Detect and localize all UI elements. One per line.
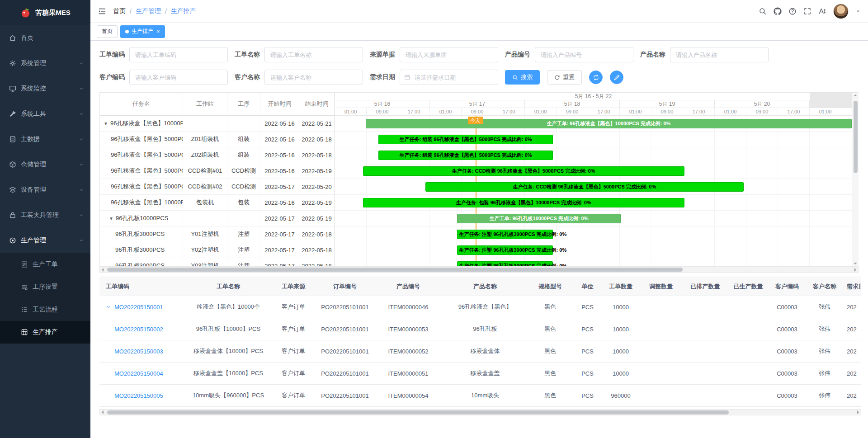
refresh-icon (554, 75, 560, 80)
avatar[interactable] (833, 4, 849, 19)
gantt-task-row[interactable]: 96孔移液盒【黑色】10000PCS包装机包装2022-05-162022-05… (100, 195, 335, 211)
close-icon[interactable]: × (156, 28, 160, 34)
filter-input-product-code[interactable] (535, 47, 633, 62)
gantt-vertical-scrollbar[interactable] (852, 93, 859, 266)
gantt-bar[interactable]: 生产任务: CCD检测 96孔移液盒【黑色】5000PCS 完成比例: 0% (363, 166, 684, 176)
gantt-bar[interactable]: 生产任务: 注塑 96孔孔板3000PCS 完成比例: 0% (457, 230, 553, 239)
filter-input-customer-name[interactable] (264, 70, 363, 85)
scroll-right-icon[interactable] (854, 268, 856, 272)
tab-home[interactable]: 首页 (97, 25, 118, 38)
search-button[interactable]: 搜索 (505, 70, 540, 85)
filter-input-product-name[interactable] (670, 47, 769, 62)
hamburger-icon[interactable] (98, 7, 107, 16)
table-column-header: 单位 (572, 277, 603, 296)
scrollbar-thumb[interactable] (107, 268, 683, 272)
filter-input-due-date[interactable] (400, 70, 498, 85)
gantt-task-row[interactable]: 96孔移液盒【黑色】5000PCSCCD检测#02CCD检测2022-05-17… (100, 179, 335, 195)
gantt-body: 生产工单: 96孔移液盒【黑色】10000PCS 完成比例: 0%生产任务: 组… (335, 116, 852, 266)
work-order-link[interactable]: MO202205150005 (114, 392, 163, 399)
sidebar-item-master-data[interactable]: 主数据 (0, 127, 90, 152)
work-order-link[interactable]: MO202205150001 (114, 304, 163, 311)
gantt-column-header: 工作站 (183, 93, 227, 115)
collapse-icon[interactable]: ▼ (109, 216, 113, 221)
fullscreen-icon[interactable] (803, 7, 811, 15)
sidebar-item-production[interactable]: 生产管理 (0, 228, 90, 253)
sync-button[interactable] (589, 71, 603, 84)
sidebar-item-equipment[interactable]: 设备管理 (0, 177, 90, 203)
gantt-bar[interactable]: 生产任务: 组装 96孔移液盒【黑色】5000PCS 完成比例: 0% (378, 135, 553, 144)
font-size-icon[interactable] (818, 7, 826, 15)
sidebar-item-process-flow[interactable]: 工艺流程 (0, 298, 90, 321)
gantt-task-row[interactable]: 96孔孔板3000PCSY02注塑机注塑2022-05-172022-05-18 (100, 242, 335, 258)
filter-input-work-order-name[interactable] (264, 47, 363, 62)
gantt-task-row[interactable]: ▼96孔移液盒【黑色】10000PCS2022-05-162022-05-21 (100, 116, 335, 132)
work-order-link[interactable]: MO202205150003 (114, 348, 163, 355)
gantt-bar[interactable]: 生产任务: 包装 96孔移液盒【黑色】10000PCS 完成比例: 0% (363, 198, 684, 207)
sidebar-item-tools[interactable]: 系统工具 (0, 101, 90, 127)
sidebar-item-work-order[interactable]: 生产工单 (0, 253, 90, 276)
table-horizontal-scrollbar[interactable] (99, 409, 861, 415)
today-badge: 今天 (468, 117, 483, 124)
gantt-task-row[interactable]: ▼96孔孔板10000PCS2022-05-172022-05-19 (100, 211, 335, 226)
gantt-task-row[interactable]: 96孔孔板3000PCSY03注塑机注塑2022-05-172022-05-18 (100, 258, 335, 266)
search-icon[interactable] (759, 7, 767, 15)
gantt-task-row[interactable]: 96孔移液盒【黑色】5000PCSZ01组装机组装2022-05-162022-… (100, 132, 335, 147)
filter-input-customer-code[interactable] (129, 70, 228, 85)
filter-field-source-doc: 来源单据 (370, 47, 498, 62)
caret-down-icon[interactable] (855, 9, 861, 14)
active-dot-icon (125, 30, 129, 33)
gantt-horizontal-scrollbar[interactable] (100, 266, 858, 273)
work-order-row[interactable]: MO20220515000510mm吸头【960000】PCS客户订单PO202… (99, 385, 861, 407)
reset-button[interactable]: 重置 (547, 70, 582, 85)
scroll-left-icon[interactable] (102, 268, 104, 272)
work-order-row[interactable]: MO202205150003移液盒盒体【10000】PCS客户订单PO20220… (99, 340, 861, 363)
filter-input-source-doc[interactable] (400, 47, 498, 62)
breadcrumb-item-0[interactable]: 首页 (113, 7, 126, 15)
gantt-bar[interactable]: 生产任务: 组装 96孔移液盒【黑色】5000PCS 完成比例: 0% (378, 151, 553, 160)
github-icon[interactable] (774, 7, 782, 15)
scroll-up-icon[interactable] (854, 94, 857, 96)
breadcrumb-item-2[interactable]: 生产排产 (171, 7, 196, 15)
chevron-down-icon (79, 238, 84, 243)
sidebar-item-system[interactable]: 系统管理 (0, 51, 90, 76)
breadcrumb-item-1[interactable]: 生产管理 (136, 7, 161, 15)
work-order-row[interactable]: MO202205150001移液盒【黑色】10000个客户订单PO2022051… (99, 296, 861, 318)
filter-field-customer-code: 客户编码 (99, 70, 228, 85)
work-order-row[interactable]: MO20220515000296孔孔板【10000】PCS客户订单PO20220… (99, 318, 861, 340)
tab-scheduling[interactable]: 生产排产× (120, 25, 165, 38)
gantt-bar[interactable]: 生产任务: 注塑 96孔孔板3000PCS 完成比例: 0% (457, 245, 553, 255)
filter-label: 产品编号 (505, 51, 530, 59)
sidebar: 苦糖果MES 首页系统管理系统监控系统工具主数据仓储管理设备管理工装夹具管理生产… (0, 0, 90, 438)
scroll-right-icon[interactable] (857, 410, 859, 414)
collapse-icon[interactable]: ▼ (104, 121, 108, 126)
gantt-day-label: 5月 17 (430, 100, 525, 108)
scrollbar-thumb[interactable] (107, 410, 729, 414)
gantt-task-row[interactable]: 96孔移液盒【黑色】5000PCSCCD检测#01CCD检测2022-05-16… (100, 163, 335, 179)
sidebar-item-process-setting[interactable]: 工序设置 (0, 276, 90, 298)
filter-input-work-order-code[interactable] (129, 47, 228, 62)
sidebar-item-warehouse[interactable]: 仓储管理 (0, 152, 90, 177)
gantt-bar[interactable]: 生产工单: 96孔孔板10000PCS 完成比例: 0% (457, 214, 620, 223)
scroll-down-icon[interactable] (854, 263, 857, 264)
edit-button[interactable] (610, 71, 623, 84)
sidebar-item-monitor[interactable]: 系统监控 (0, 76, 90, 101)
help-icon[interactable] (788, 7, 797, 15)
sidebar-item-fixture[interactable]: 工装夹具管理 (0, 203, 90, 228)
scrollbar-thumb[interactable] (854, 101, 858, 173)
gantt-bar[interactable]: 生产工单: 96孔移液盒【黑色】10000PCS 完成比例: 0% (366, 119, 852, 128)
chevron-down-icon[interactable] (106, 304, 111, 310)
work-order-link[interactable]: MO202205150002 (114, 326, 163, 333)
app-logo[interactable]: 苦糖果MES (0, 0, 90, 25)
sidebar-item-scheduling[interactable]: 生产排产 (0, 321, 90, 344)
order-icon (21, 261, 28, 268)
sidebar-item-home[interactable]: 首页 (0, 25, 90, 51)
table-column-header: 客户名称 (805, 277, 844, 296)
table-column-header: 客户编码 (769, 277, 805, 296)
gantt-bar[interactable]: 生产任务: 注塑 96孔孔板3000PCS 完成比例: 0% (457, 261, 553, 266)
gantt-bar[interactable]: 生产任务: CCD检测 96孔移液盒【黑色】5000PCS 完成比例: 0% (425, 182, 744, 192)
gantt-task-row[interactable]: 96孔孔板3000PCSY01注塑机注塑2022-05-172022-05-18 (100, 226, 335, 242)
gantt-task-row[interactable]: 96孔移液盒【黑色】5000PCSZ02组装机组装2022-05-162022-… (100, 147, 335, 163)
work-order-link[interactable]: MO202205150004 (114, 370, 163, 377)
scroll-left-icon[interactable] (102, 410, 104, 414)
work-order-row[interactable]: MO202205150004移液盒盒盖【10000】PCS客户订单PO20220… (99, 363, 861, 385)
